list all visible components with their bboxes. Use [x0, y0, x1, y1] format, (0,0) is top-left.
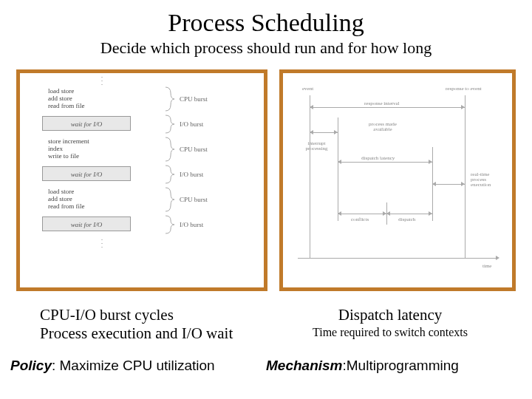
brace-icon — [165, 115, 175, 134]
response-interval-label: response interval — [364, 101, 400, 106]
dispatch-latency-label: dispatch latency — [361, 156, 395, 161]
cpu-burst-label: CPU burst — [180, 95, 208, 103]
left-caption-line1: CPU-I/O burst cycles — [40, 306, 266, 324]
response-line — [465, 95, 466, 258]
io-burst-label: I/O burst — [180, 221, 203, 228]
io-wait-box: wait for I/O — [42, 116, 131, 131]
dispatch-latency-diagram: event response to event response interva… — [279, 69, 516, 291]
event-line — [310, 95, 310, 258]
realtime-label: real-time process execution — [471, 172, 508, 188]
response-label: response to event — [446, 86, 482, 92]
io-wait-box: wait for I/O — [42, 166, 131, 181]
slide-subtitle: Decide which process should run and for … — [0, 38, 532, 58]
code-line: read from file — [48, 203, 84, 211]
cpu-code-block: store increment index write to file — [48, 138, 89, 160]
cpu-burst-label: CPU burst — [180, 146, 208, 153]
code-line: write to file — [48, 153, 89, 160]
interrupt-label: interrupt processing — [296, 141, 337, 151]
dispatch-label: dispatch — [398, 217, 415, 222]
policy-text: Policy: Maximize CPU utilization — [9, 358, 266, 374]
right-caption-sub: Time required to switch contexts — [266, 326, 514, 339]
response-interval-line — [310, 107, 465, 108]
brace-icon — [165, 86, 175, 112]
event-label: event — [302, 86, 313, 92]
brace-icon — [165, 215, 175, 234]
slide-title: Process Scheduling — [0, 0, 532, 37]
burst-cycle-diagram: ··· load store add store read from file … — [16, 69, 267, 291]
time-label: time — [482, 264, 491, 269]
brace-icon — [165, 165, 175, 184]
cpu-burst-label: CPU burst — [180, 196, 208, 203]
cpu-code-block: load store add store read from file — [48, 88, 84, 110]
brace-icon — [165, 187, 175, 212]
process-available-label: process made available — [357, 122, 409, 132]
io-burst-label: I/O burst — [180, 120, 203, 128]
right-caption-title: Dispatch latency — [266, 306, 514, 324]
interrupt-boundary-line — [338, 117, 338, 221]
diagram-captions: CPU-I/O burst cycles Process execution a… — [0, 306, 532, 343]
cpu-code-block: load store add store read from file — [48, 188, 84, 211]
io-burst-label: I/O burst — [180, 171, 203, 178]
conflicts-label: conflicts — [351, 217, 369, 222]
code-line: read from file — [48, 103, 84, 110]
left-caption-line2: Process execution and I/O wait — [40, 324, 266, 343]
diagram-panels: ··· load store add store read from file … — [0, 69, 532, 291]
mechanism-text: Mechanism:Multiprogramming — [266, 358, 523, 374]
io-wait-box: wait for I/O — [42, 216, 131, 231]
time-axis — [298, 258, 497, 259]
bottom-row: Policy: Maximize CPU utilization Mechani… — [0, 358, 532, 374]
brace-icon — [165, 137, 175, 162]
